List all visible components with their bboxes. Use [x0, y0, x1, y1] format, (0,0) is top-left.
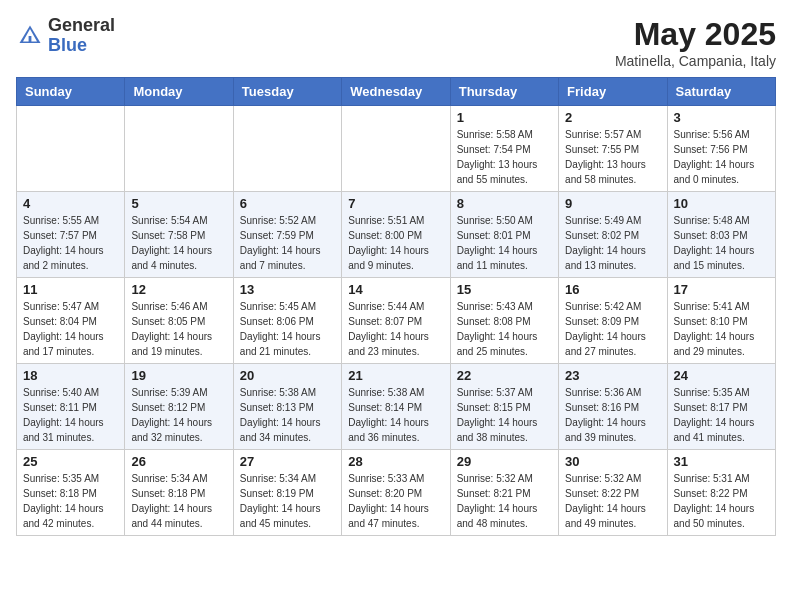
- day-number: 6: [240, 196, 335, 211]
- day-info: Sunrise: 5:34 AM Sunset: 8:18 PM Dayligh…: [131, 473, 212, 529]
- calendar-cell: 8Sunrise: 5:50 AM Sunset: 8:01 PM Daylig…: [450, 192, 558, 278]
- day-info: Sunrise: 5:33 AM Sunset: 8:20 PM Dayligh…: [348, 473, 429, 529]
- day-info: Sunrise: 5:34 AM Sunset: 8:19 PM Dayligh…: [240, 473, 321, 529]
- day-info: Sunrise: 5:39 AM Sunset: 8:12 PM Dayligh…: [131, 387, 212, 443]
- weekday-header: Wednesday: [342, 78, 450, 106]
- day-info: Sunrise: 5:46 AM Sunset: 8:05 PM Dayligh…: [131, 301, 212, 357]
- weekday-header: Monday: [125, 78, 233, 106]
- day-number: 3: [674, 110, 769, 125]
- calendar-cell: 31Sunrise: 5:31 AM Sunset: 8:22 PM Dayli…: [667, 450, 775, 536]
- calendar-cell: 9Sunrise: 5:49 AM Sunset: 8:02 PM Daylig…: [559, 192, 667, 278]
- calendar-cell: 30Sunrise: 5:32 AM Sunset: 8:22 PM Dayli…: [559, 450, 667, 536]
- day-number: 29: [457, 454, 552, 469]
- logo-blue: Blue: [48, 35, 87, 55]
- day-info: Sunrise: 5:44 AM Sunset: 8:07 PM Dayligh…: [348, 301, 429, 357]
- calendar-week-row: 18Sunrise: 5:40 AM Sunset: 8:11 PM Dayli…: [17, 364, 776, 450]
- day-info: Sunrise: 5:52 AM Sunset: 7:59 PM Dayligh…: [240, 215, 321, 271]
- calendar-cell: 22Sunrise: 5:37 AM Sunset: 8:15 PM Dayli…: [450, 364, 558, 450]
- day-number: 1: [457, 110, 552, 125]
- day-info: Sunrise: 5:50 AM Sunset: 8:01 PM Dayligh…: [457, 215, 538, 271]
- weekday-header: Friday: [559, 78, 667, 106]
- day-info: Sunrise: 5:38 AM Sunset: 8:14 PM Dayligh…: [348, 387, 429, 443]
- day-number: 26: [131, 454, 226, 469]
- day-info: Sunrise: 5:49 AM Sunset: 8:02 PM Dayligh…: [565, 215, 646, 271]
- day-info: Sunrise: 5:48 AM Sunset: 8:03 PM Dayligh…: [674, 215, 755, 271]
- calendar-cell: 13Sunrise: 5:45 AM Sunset: 8:06 PM Dayli…: [233, 278, 341, 364]
- day-info: Sunrise: 5:55 AM Sunset: 7:57 PM Dayligh…: [23, 215, 104, 271]
- day-number: 28: [348, 454, 443, 469]
- day-number: 27: [240, 454, 335, 469]
- calendar-cell: 19Sunrise: 5:39 AM Sunset: 8:12 PM Dayli…: [125, 364, 233, 450]
- day-info: Sunrise: 5:41 AM Sunset: 8:10 PM Dayligh…: [674, 301, 755, 357]
- calendar-header-row: SundayMondayTuesdayWednesdayThursdayFrid…: [17, 78, 776, 106]
- calendar-cell: 10Sunrise: 5:48 AM Sunset: 8:03 PM Dayli…: [667, 192, 775, 278]
- weekday-header: Tuesday: [233, 78, 341, 106]
- calendar-cell: 15Sunrise: 5:43 AM Sunset: 8:08 PM Dayli…: [450, 278, 558, 364]
- calendar-week-row: 4Sunrise: 5:55 AM Sunset: 7:57 PM Daylig…: [17, 192, 776, 278]
- day-number: 8: [457, 196, 552, 211]
- day-number: 25: [23, 454, 118, 469]
- day-number: 23: [565, 368, 660, 383]
- page-header: General Blue May 2025 Matinella, Campani…: [16, 16, 776, 69]
- day-info: Sunrise: 5:32 AM Sunset: 8:21 PM Dayligh…: [457, 473, 538, 529]
- day-number: 18: [23, 368, 118, 383]
- day-info: Sunrise: 5:37 AM Sunset: 8:15 PM Dayligh…: [457, 387, 538, 443]
- day-number: 19: [131, 368, 226, 383]
- calendar-cell: 23Sunrise: 5:36 AM Sunset: 8:16 PM Dayli…: [559, 364, 667, 450]
- calendar-table: SundayMondayTuesdayWednesdayThursdayFrid…: [16, 77, 776, 536]
- weekday-header: Sunday: [17, 78, 125, 106]
- calendar-cell: 1Sunrise: 5:58 AM Sunset: 7:54 PM Daylig…: [450, 106, 558, 192]
- day-number: 24: [674, 368, 769, 383]
- day-number: 20: [240, 368, 335, 383]
- calendar-cell: 4Sunrise: 5:55 AM Sunset: 7:57 PM Daylig…: [17, 192, 125, 278]
- weekday-header: Saturday: [667, 78, 775, 106]
- day-number: 11: [23, 282, 118, 297]
- day-number: 4: [23, 196, 118, 211]
- title-block: May 2025 Matinella, Campania, Italy: [615, 16, 776, 69]
- day-number: 14: [348, 282, 443, 297]
- calendar-cell: 24Sunrise: 5:35 AM Sunset: 8:17 PM Dayli…: [667, 364, 775, 450]
- day-info: Sunrise: 5:35 AM Sunset: 8:17 PM Dayligh…: [674, 387, 755, 443]
- calendar-cell: 7Sunrise: 5:51 AM Sunset: 8:00 PM Daylig…: [342, 192, 450, 278]
- weekday-header: Thursday: [450, 78, 558, 106]
- logo-icon: [16, 22, 44, 50]
- day-number: 12: [131, 282, 226, 297]
- calendar-cell: [342, 106, 450, 192]
- calendar-cell: 17Sunrise: 5:41 AM Sunset: 8:10 PM Dayli…: [667, 278, 775, 364]
- day-number: 9: [565, 196, 660, 211]
- day-info: Sunrise: 5:43 AM Sunset: 8:08 PM Dayligh…: [457, 301, 538, 357]
- calendar-cell: 2Sunrise: 5:57 AM Sunset: 7:55 PM Daylig…: [559, 106, 667, 192]
- logo-general: General: [48, 15, 115, 35]
- calendar-cell: 28Sunrise: 5:33 AM Sunset: 8:20 PM Dayli…: [342, 450, 450, 536]
- logo: General Blue: [16, 16, 115, 56]
- calendar-cell: [125, 106, 233, 192]
- day-info: Sunrise: 5:38 AM Sunset: 8:13 PM Dayligh…: [240, 387, 321, 443]
- day-number: 5: [131, 196, 226, 211]
- calendar-cell: 18Sunrise: 5:40 AM Sunset: 8:11 PM Dayli…: [17, 364, 125, 450]
- day-info: Sunrise: 5:58 AM Sunset: 7:54 PM Dayligh…: [457, 129, 538, 185]
- day-info: Sunrise: 5:31 AM Sunset: 8:22 PM Dayligh…: [674, 473, 755, 529]
- day-number: 21: [348, 368, 443, 383]
- calendar-cell: 14Sunrise: 5:44 AM Sunset: 8:07 PM Dayli…: [342, 278, 450, 364]
- day-number: 22: [457, 368, 552, 383]
- day-number: 30: [565, 454, 660, 469]
- day-number: 7: [348, 196, 443, 211]
- day-number: 13: [240, 282, 335, 297]
- day-number: 16: [565, 282, 660, 297]
- day-number: 31: [674, 454, 769, 469]
- day-info: Sunrise: 5:45 AM Sunset: 8:06 PM Dayligh…: [240, 301, 321, 357]
- day-info: Sunrise: 5:51 AM Sunset: 8:00 PM Dayligh…: [348, 215, 429, 271]
- day-number: 10: [674, 196, 769, 211]
- calendar-cell: 16Sunrise: 5:42 AM Sunset: 8:09 PM Dayli…: [559, 278, 667, 364]
- day-info: Sunrise: 5:36 AM Sunset: 8:16 PM Dayligh…: [565, 387, 646, 443]
- calendar-cell: 21Sunrise: 5:38 AM Sunset: 8:14 PM Dayli…: [342, 364, 450, 450]
- day-info: Sunrise: 5:57 AM Sunset: 7:55 PM Dayligh…: [565, 129, 646, 185]
- calendar-cell: 26Sunrise: 5:34 AM Sunset: 8:18 PM Dayli…: [125, 450, 233, 536]
- calendar-cell: 29Sunrise: 5:32 AM Sunset: 8:21 PM Dayli…: [450, 450, 558, 536]
- calendar-cell: 20Sunrise: 5:38 AM Sunset: 8:13 PM Dayli…: [233, 364, 341, 450]
- location: Matinella, Campania, Italy: [615, 53, 776, 69]
- calendar-cell: [233, 106, 341, 192]
- day-info: Sunrise: 5:47 AM Sunset: 8:04 PM Dayligh…: [23, 301, 104, 357]
- day-info: Sunrise: 5:56 AM Sunset: 7:56 PM Dayligh…: [674, 129, 755, 185]
- calendar-cell: 11Sunrise: 5:47 AM Sunset: 8:04 PM Dayli…: [17, 278, 125, 364]
